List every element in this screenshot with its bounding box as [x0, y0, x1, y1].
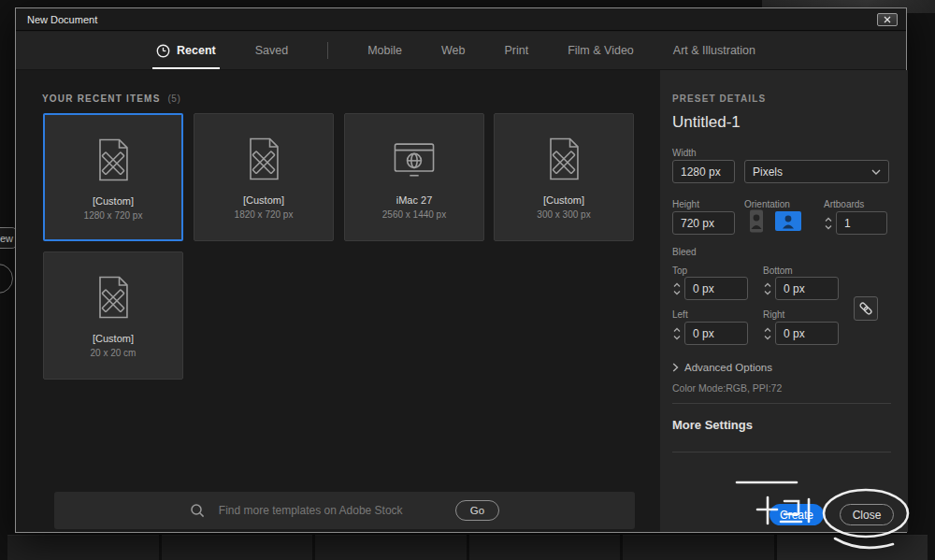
background-cell — [623, 535, 774, 560]
clock-icon — [156, 44, 170, 58]
divider — [672, 403, 891, 404]
tab-divider — [327, 42, 328, 59]
bleed-left-label: Left — [672, 309, 688, 320]
window-close-button[interactable] — [877, 13, 898, 26]
dialog-content: YOUR RECENT ITEMS (5) [Custom] 1280 x 72… — [16, 70, 906, 532]
screen: ew New Document — [0, 0, 935, 560]
background-cell — [469, 535, 621, 560]
card-dimensions: 300 x 300 px — [495, 209, 633, 220]
more-settings-label[interactable]: More Settings — [672, 418, 753, 432]
close-icon — [884, 16, 891, 23]
chevron-right-icon — [672, 363, 679, 372]
template-card-imac27[interactable]: iMac 27 2560 x 1440 px — [344, 113, 484, 241]
card-name: [Custom] — [44, 333, 182, 344]
background-cell — [315, 535, 467, 560]
card-dimensions: 2560 x 1440 px — [345, 209, 483, 220]
tab-web[interactable]: Web — [441, 32, 465, 69]
bleed-top-input[interactable]: 0 px — [684, 277, 748, 300]
go-button[interactable]: Go — [455, 500, 499, 521]
background-cell — [7, 535, 159, 560]
template-card-custom-20x20cm[interactable]: [Custom] 20 x 20 cm — [43, 251, 183, 380]
title-bar: New Document — [16, 8, 906, 31]
template-search-bar: Go — [54, 492, 635, 529]
artboards-stepper[interactable] — [824, 211, 834, 235]
window-title: New Document — [27, 14, 97, 25]
card-name: [Custom] — [495, 194, 633, 206]
background-cell — [162, 535, 313, 560]
link-icon — [858, 301, 873, 316]
divider — [672, 452, 891, 452]
card-dimensions: 1280 x 720 px — [45, 210, 181, 221]
recent-items-heading: YOUR RECENT ITEMS (5) — [42, 93, 180, 104]
width-label: Width — [672, 148, 697, 158]
search-icon — [190, 503, 205, 518]
card-name: [Custom] — [194, 194, 333, 206]
document-pencil-icon — [495, 130, 633, 188]
bleed-left-stepper[interactable] — [672, 322, 683, 345]
artboards-stepper-group: 1 — [824, 211, 887, 235]
bleed-bottom-group: 0 px — [763, 277, 839, 300]
color-mode-info: Color Mode:RGB, PPI:72 — [672, 382, 782, 394]
template-card-custom-1820x720[interactable]: [Custom] 1820 x 720 px — [194, 113, 334, 241]
tab-mobile[interactable]: Mobile — [367, 32, 402, 69]
preset-details-heading: PRESET DETAILS — [672, 93, 766, 104]
bleed-right-stepper[interactable] — [763, 322, 773, 345]
background-cell — [777, 535, 928, 560]
tab-film-video[interactable]: Film & Video — [568, 32, 634, 69]
background-window-rows — [7, 535, 928, 560]
bleed-link-button[interactable] — [854, 296, 878, 321]
bleed-top-group: 0 px — [672, 277, 748, 300]
bleed-label: Bleed — [672, 247, 697, 257]
bleed-bottom-label: Bottom — [763, 266, 793, 276]
orientation-landscape-icon[interactable] — [774, 208, 802, 234]
new-document-dialog: New Document Recent Saved Mobile — [15, 7, 907, 533]
chevron-down-icon — [871, 169, 881, 175]
template-card-custom-300x300[interactable]: [Custom] 300 x 300 px — [494, 113, 634, 241]
document-pencil-icon — [44, 268, 182, 326]
background-circle-fragment — [0, 264, 13, 294]
recent-items-area: YOUR RECENT ITEMS (5) [Custom] 1280 x 72… — [16, 70, 660, 532]
height-input[interactable]: 720 px — [672, 211, 735, 235]
bleed-left-input[interactable]: 0 px — [684, 322, 748, 345]
create-button[interactable]: Create — [770, 504, 824, 525]
bleed-right-input[interactable]: 0 px — [775, 322, 839, 345]
document-name-field[interactable]: Untitled-1 — [672, 113, 741, 132]
orientation-portrait-icon[interactable] — [747, 208, 766, 234]
height-label: Height — [672, 199, 699, 209]
template-card-custom-1280x720[interactable]: [Custom] 1280 x 720 px — [43, 113, 183, 241]
card-dimensions: 20 x 20 cm — [44, 348, 182, 358]
tab-bar: Recent Saved Mobile Web Print Film & Vid… — [16, 32, 906, 70]
tab-art-illustration[interactable]: Art & Illustration — [673, 32, 755, 69]
card-name: iMac 27 — [345, 194, 483, 206]
document-pencil-icon — [194, 130, 333, 188]
search-input[interactable] — [217, 503, 443, 518]
card-dimensions: 1820 x 720 px — [194, 209, 333, 220]
unit-dropdown[interactable]: Pixels — [744, 160, 889, 183]
preset-details-panel: PRESET DETAILS Untitled-1 Width 1280 px … — [660, 70, 908, 532]
bleed-top-label: Top — [672, 266, 687, 276]
artboards-label: Artboards — [824, 199, 864, 209]
bleed-top-stepper[interactable] — [672, 277, 683, 300]
bleed-left-group: 0 px — [672, 322, 748, 345]
artboards-input[interactable]: 1 — [836, 211, 887, 235]
bleed-bottom-stepper[interactable] — [763, 277, 773, 300]
bleed-bottom-input[interactable]: 0 px — [775, 277, 839, 300]
width-input[interactable]: 1280 px — [672, 160, 735, 183]
tab-saved[interactable]: Saved — [255, 32, 288, 69]
bleed-right-label: Right — [763, 309, 784, 320]
advanced-options-toggle[interactable]: Advanced Options — [672, 362, 772, 373]
document-pencil-icon — [45, 131, 181, 189]
tab-recent[interactable]: Recent — [156, 32, 216, 69]
bleed-right-group: 0 px — [763, 322, 839, 345]
browser-globe-icon — [345, 130, 483, 188]
card-name: [Custom] — [45, 195, 181, 207]
tab-print[interactable]: Print — [504, 32, 528, 69]
close-button[interactable]: Close — [840, 504, 894, 525]
